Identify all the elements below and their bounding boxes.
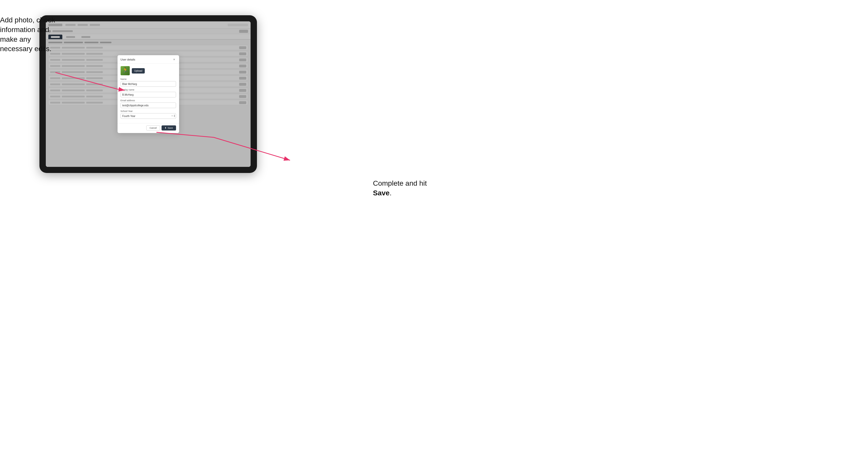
school-year-label: School Year: [121, 110, 176, 113]
cancel-button[interactable]: Cancel: [146, 125, 160, 130]
modal-overlay: User details × Upload Name: [46, 21, 251, 167]
school-year-input-wrap: × ▲ ▼: [121, 113, 176, 119]
annotation-right: Complete and hit Save.: [373, 179, 431, 198]
annotation-left: Add photo, check information and make an…: [0, 15, 56, 54]
name-input[interactable]: [121, 81, 176, 87]
school-year-controls: × ▲ ▼: [172, 115, 176, 118]
school-year-field-group: School Year × ▲ ▼: [121, 110, 176, 119]
email-label: Email address: [121, 99, 176, 102]
school-year-clear-button[interactable]: ×: [172, 115, 173, 117]
school-year-arrow-button[interactable]: ▲ ▼: [174, 115, 176, 118]
upload-photo-button[interactable]: Upload: [132, 68, 145, 73]
name-label: Name: [121, 78, 176, 81]
modal-header: User details ×: [118, 55, 179, 64]
modal-close-button[interactable]: ×: [173, 58, 176, 61]
display-name-label: Display name: [121, 89, 176, 91]
display-name-input[interactable]: [121, 92, 176, 97]
name-field-group: Name: [121, 78, 176, 87]
photo-section: Upload: [121, 66, 176, 75]
save-button[interactable]: ⬆ Save: [161, 125, 176, 130]
user-details-modal: User details × Upload Name: [118, 55, 179, 133]
modal-body: Upload Name Display name Email addre: [118, 64, 179, 123]
school-year-input[interactable]: [121, 113, 176, 119]
modal-title: User details: [121, 58, 135, 61]
display-name-field-group: Display name: [121, 89, 176, 97]
save-icon: ⬆: [164, 127, 167, 129]
save-label: Save: [168, 127, 173, 129]
tablet-device: User details × Upload Name: [39, 15, 257, 173]
email-field-group: Email address: [121, 99, 176, 108]
tablet-screen: User details × Upload Name: [46, 21, 251, 167]
photo-image: [121, 66, 130, 75]
email-input[interactable]: [121, 102, 176, 108]
user-photo-thumbnail: [121, 66, 130, 75]
modal-footer: Cancel ⬆ Save: [118, 123, 179, 133]
